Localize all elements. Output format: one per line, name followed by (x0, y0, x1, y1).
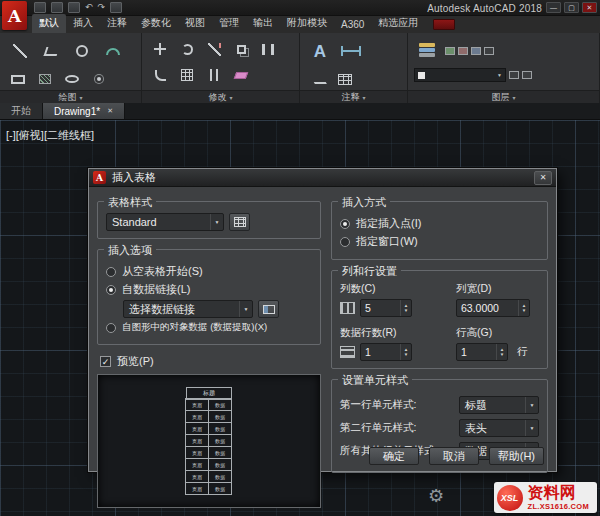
gear-icon[interactable]: ⚙ (428, 485, 444, 507)
offset-icon[interactable] (202, 64, 226, 86)
layer-isolate-icon[interactable] (522, 71, 532, 79)
spinner-down-icon[interactable]: ▼ (500, 352, 504, 357)
open-file-icon[interactable] (51, 2, 63, 13)
move-icon[interactable] (148, 38, 172, 60)
spinner-arrows[interactable]: ▲▼ (496, 344, 507, 360)
file-tab-start[interactable]: 开始 (0, 103, 43, 119)
file-tab-drawing1[interactable]: Drawing1* ✕ (43, 103, 125, 119)
erase-icon[interactable] (229, 64, 253, 86)
circle-icon[interactable] (68, 38, 96, 64)
layer-dropdown[interactable]: ▼ (414, 68, 506, 82)
radio-icon (106, 267, 116, 277)
ribbon-tab-view[interactable]: 视图 (178, 14, 212, 33)
ribbon-tab-a360[interactable]: A360 (334, 17, 371, 33)
preview-checkbox[interactable]: ✓ 预览(P) (100, 354, 321, 369)
radio-insertion-point[interactable]: 指定插入点(I) (340, 216, 539, 231)
layer-on-icon[interactable] (445, 47, 455, 55)
viewport-controls[interactable]: [-][俯视][二维线框] (6, 128, 94, 143)
table-icon[interactable] (333, 68, 357, 90)
second-row-style-select[interactable]: 表头 ▼ (459, 419, 539, 437)
spinner-down-icon[interactable]: ▼ (404, 308, 408, 313)
column-row-settings-group: 列和行设置 列数(C) 5 ▲▼ (331, 270, 548, 369)
ribbon-tab-addins[interactable]: 附加模块 (280, 14, 334, 33)
layers-panel: ▼ (408, 33, 600, 90)
ok-button[interactable]: 确定 (369, 447, 419, 465)
save-icon[interactable] (68, 2, 80, 13)
help-button[interactable]: 帮助(H) (489, 447, 544, 465)
layer-freeze-icon[interactable] (458, 47, 468, 55)
data-rows-spinner[interactable]: 1 ▲▼ (360, 343, 412, 361)
radio-from-empty-table[interactable]: 从空表格开始(S) (106, 264, 312, 279)
dimension-icon[interactable] (337, 38, 365, 64)
radio-from-object-data[interactable]: 自图形中的对象数据 (数据提取)(X) (106, 321, 312, 334)
radio-checked-icon (106, 285, 116, 295)
app-menu-button[interactable]: A (2, 1, 27, 30)
close-icon: ✕ (540, 173, 547, 182)
plot-icon[interactable] (110, 2, 122, 13)
fillet-icon[interactable] (148, 64, 172, 86)
spinner-arrows[interactable]: ▲▼ (400, 344, 411, 360)
data-link-select[interactable]: 选择数据链接 ▼ (123, 300, 253, 318)
trim-icon[interactable] (202, 38, 226, 60)
polyline-icon[interactable] (37, 38, 65, 64)
cancel-button[interactable]: 取消 (429, 447, 479, 465)
panel-label-modify[interactable]: 修改 ▾ (142, 91, 300, 103)
first-row-style-label: 第一行单元样式: (340, 398, 416, 412)
mirror-icon[interactable] (256, 38, 280, 60)
close-tab-icon[interactable]: ✕ (107, 107, 113, 115)
dialog-title-bar[interactable]: A 插入表格 ✕ (89, 169, 556, 187)
dialog-title: 插入表格 (112, 170, 534, 185)
table-style-select[interactable]: Standard ▼ (106, 213, 224, 231)
new-file-icon[interactable] (34, 2, 46, 13)
spinner-down-icon[interactable]: ▼ (404, 352, 408, 357)
ribbon-tab-annotate[interactable]: 注释 (100, 14, 134, 33)
column-row-group-label: 列和行设置 (338, 264, 401, 279)
minimize-icon[interactable]: — (546, 2, 561, 13)
ribbon: A ▼ (0, 33, 600, 90)
panel-label-draw[interactable]: 绘图 ▾ (0, 91, 142, 103)
chevron-down-icon: ▼ (497, 72, 502, 78)
spinner-arrows[interactable]: ▲▼ (400, 300, 411, 316)
undo-icon[interactable]: ↶ (85, 2, 93, 13)
ellipse-icon[interactable] (60, 68, 84, 90)
line-icon[interactable] (6, 38, 34, 64)
layer-properties-icon[interactable] (414, 38, 442, 64)
point-icon[interactable] (87, 68, 111, 90)
ribbon-tab-featured-apps[interactable]: 精选应用 (371, 14, 425, 33)
arc-icon[interactable] (99, 38, 127, 64)
chevron-down-icon: ▾ (362, 94, 365, 101)
ribbon-tab-parametric[interactable]: 参数化 (134, 14, 178, 33)
maximize-icon[interactable]: ▢ (564, 2, 579, 13)
ribbon-red-button[interactable] (433, 19, 455, 30)
ribbon-tab-manage[interactable]: 管理 (212, 14, 246, 33)
column-width-spinner[interactable]: 63.0000 ▲▼ (456, 299, 530, 317)
layer-color-icon[interactable] (484, 47, 494, 55)
rectangle-icon[interactable] (6, 68, 30, 90)
ribbon-tab-insert[interactable]: 插入 (66, 14, 100, 33)
text-icon[interactable]: A (306, 38, 334, 64)
panel-label-annotation[interactable]: 注释 ▾ (300, 91, 408, 103)
launch-data-link-button[interactable] (258, 300, 279, 318)
radio-specify-window[interactable]: 指定窗口(W) (340, 234, 539, 249)
array-icon[interactable] (175, 64, 199, 86)
first-row-style-select[interactable]: 标题 ▼ (459, 396, 539, 414)
redo-icon[interactable]: ↷ (98, 2, 106, 13)
close-window-icon[interactable]: ✕ (582, 2, 597, 13)
panel-label-layers[interactable]: 图层 ▾ (408, 91, 600, 103)
columns-spinner[interactable]: 5 ▲▼ (360, 299, 412, 317)
leader-icon[interactable] (306, 68, 330, 90)
hatch-icon[interactable] (33, 68, 57, 90)
ribbon-tab-output[interactable]: 输出 (246, 14, 280, 33)
layer-lock-icon[interactable] (471, 47, 481, 55)
dialog-close-button[interactable]: ✕ (534, 171, 552, 185)
radio-from-data-link[interactable]: 自数据链接(L) (106, 282, 312, 297)
spinner-down-icon[interactable]: ▼ (522, 308, 526, 313)
row-height-spinner[interactable]: 1 ▲▼ (456, 343, 508, 361)
ribbon-tab-default[interactable]: 默认 (32, 14, 66, 33)
launch-table-style-button[interactable] (229, 213, 250, 231)
copy-icon[interactable] (229, 38, 253, 60)
rotate-icon[interactable] (175, 38, 199, 60)
row-height-unit: 行 (517, 345, 528, 359)
layer-match-icon[interactable] (509, 71, 519, 79)
spinner-arrows[interactable]: ▲▼ (518, 300, 529, 316)
